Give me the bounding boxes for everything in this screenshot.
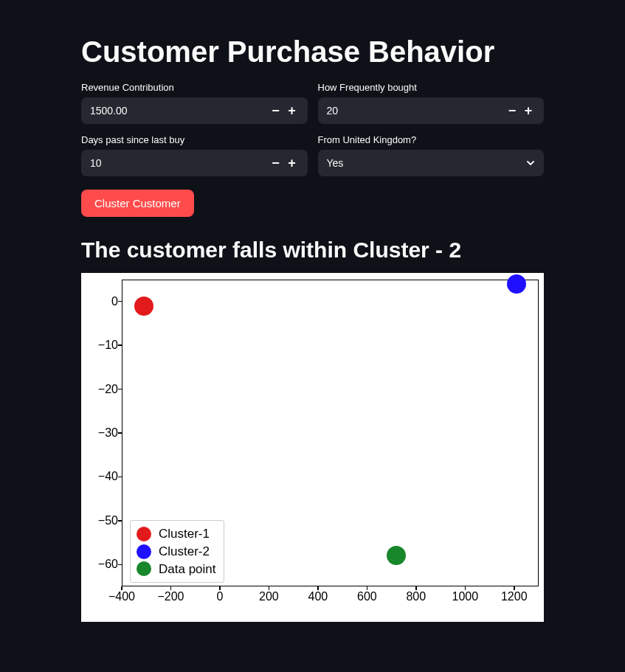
y-tick: −60	[98, 558, 118, 571]
y-tick: −40	[98, 470, 118, 483]
legend-entry: Data point	[137, 561, 216, 578]
data-point	[387, 546, 406, 565]
x-tick: 400	[308, 590, 328, 603]
revenue-input-wrap: − +	[81, 97, 308, 124]
days-increment[interactable]: +	[284, 153, 300, 173]
frequency-label: How Frequently bought	[318, 82, 545, 93]
result-heading: The customer falls within Cluster - 2	[81, 238, 544, 263]
revenue-field-block: Revenue Contribution − +	[81, 82, 308, 124]
chevron-down-icon	[526, 159, 535, 167]
days-label: Days past since last buy	[81, 134, 308, 145]
frequency-input-wrap: − +	[318, 97, 545, 124]
revenue-input[interactable]	[90, 105, 268, 117]
page-title: Customer Purchase Behavior	[81, 35, 544, 69]
x-tick: −400	[108, 590, 135, 603]
x-tick: 200	[259, 590, 279, 603]
days-field-block: Days past since last buy − +	[81, 134, 308, 176]
legend-dot-icon	[137, 544, 151, 559]
cluster-customer-button[interactable]: Cluster Customer	[81, 190, 194, 217]
x-tick: 0	[216, 590, 223, 603]
days-input-wrap: − +	[81, 150, 308, 176]
legend-label: Data point	[159, 561, 216, 578]
days-input[interactable]	[90, 157, 268, 169]
y-tick: 0	[111, 295, 118, 308]
frequency-input[interactable]	[327, 105, 505, 117]
legend-label: Cluster-1	[159, 525, 210, 543]
revenue-label: Revenue Contribution	[81, 82, 308, 93]
y-tick: −30	[98, 426, 118, 440]
x-tick: 800	[406, 590, 426, 603]
frequency-decrement[interactable]: −	[504, 100, 520, 121]
cluster-chart: Cluster-1Cluster-2Data point 0−10−20−30−…	[81, 273, 544, 622]
y-tick: −10	[98, 339, 118, 352]
days-decrement[interactable]: −	[268, 153, 284, 173]
chart-legend: Cluster-1Cluster-2Data point	[130, 520, 224, 583]
x-tick: 1000	[452, 590, 478, 603]
legend-label: Cluster-2	[159, 543, 210, 561]
y-tick: −50	[98, 514, 118, 527]
revenue-increment[interactable]: +	[284, 100, 300, 121]
legend-dot-icon	[137, 561, 151, 576]
revenue-decrement[interactable]: −	[268, 100, 284, 121]
legend-entry: Cluster-1	[137, 525, 216, 543]
frequency-field-block: How Frequently bought − +	[318, 82, 545, 124]
data-point	[507, 274, 526, 294]
x-tick: 600	[357, 590, 377, 603]
input-form: Revenue Contribution − + How Frequently …	[81, 82, 544, 176]
frequency-increment[interactable]: +	[520, 100, 536, 121]
uk-label: From United Kingdom?	[318, 134, 545, 145]
legend-dot-icon	[137, 527, 151, 541]
legend-entry: Cluster-2	[137, 543, 216, 561]
x-tick: −200	[157, 590, 184, 603]
x-tick: 1200	[501, 590, 528, 603]
uk-select[interactable]: Yes	[318, 150, 545, 176]
uk-field-block: From United Kingdom? Yes	[318, 134, 545, 176]
y-tick: −20	[98, 383, 118, 396]
data-point	[134, 297, 153, 316]
uk-select-value: Yes	[327, 157, 527, 169]
